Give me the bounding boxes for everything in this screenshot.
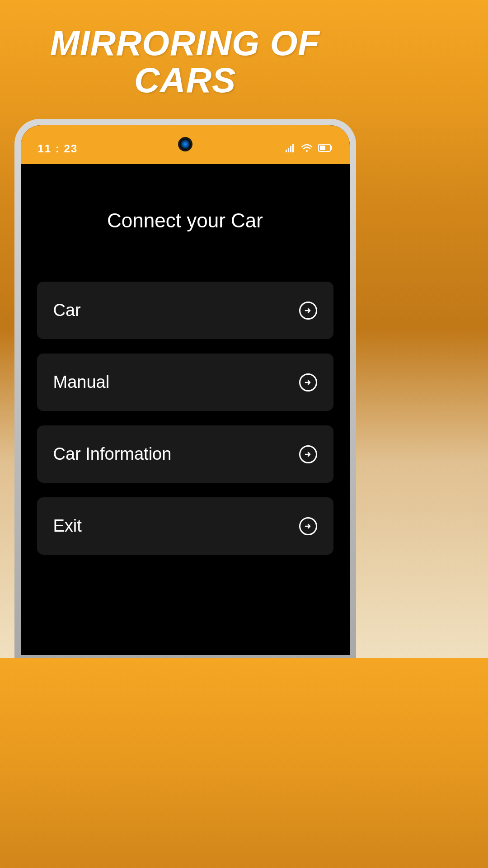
arrow-right-circle-icon — [299, 302, 317, 320]
promo-title-line1: MIRRORING OF — [0, 25, 370, 62]
promo-title-line2: CARS — [0, 62, 370, 99]
menu-item-exit[interactable]: Exit — [37, 497, 333, 555]
svg-rect-7 — [331, 146, 332, 150]
svg-rect-2 — [290, 146, 291, 152]
svg-point-4 — [306, 150, 308, 152]
status-time: 11 : 23 — [38, 142, 78, 155]
svg-rect-6 — [320, 146, 325, 150]
menu-label: Car — [53, 301, 81, 320]
menu-item-manual[interactable]: Manual — [37, 354, 333, 411]
phone-frame: 11 : 23 — [14, 119, 356, 658]
wifi-icon — [301, 143, 313, 154]
camera-notch — [178, 137, 192, 151]
signal-icon — [286, 143, 296, 154]
menu-label: Manual — [53, 373, 110, 392]
svg-rect-3 — [292, 144, 294, 152]
battery-icon — [318, 144, 333, 154]
status-icons — [286, 143, 333, 154]
svg-rect-0 — [286, 150, 287, 152]
app-title: Connect your Car — [37, 164, 333, 282]
phone-screen: 11 : 23 — [21, 125, 350, 655]
promo-title: MIRRORING OF CARS — [0, 0, 370, 99]
arrow-right-circle-icon — [299, 373, 317, 392]
arrow-right-circle-icon — [299, 445, 317, 463]
menu-label: Exit — [53, 516, 82, 536]
menu-list: Car Manual Car I — [37, 282, 333, 555]
svg-rect-1 — [288, 148, 289, 152]
app-content: Connect your Car Car Manual — [21, 164, 350, 655]
arrow-right-circle-icon — [299, 517, 317, 535]
menu-item-car-information[interactable]: Car Information — [37, 425, 333, 483]
menu-label: Car Information — [53, 444, 172, 464]
menu-item-car[interactable]: Car — [37, 282, 333, 339]
